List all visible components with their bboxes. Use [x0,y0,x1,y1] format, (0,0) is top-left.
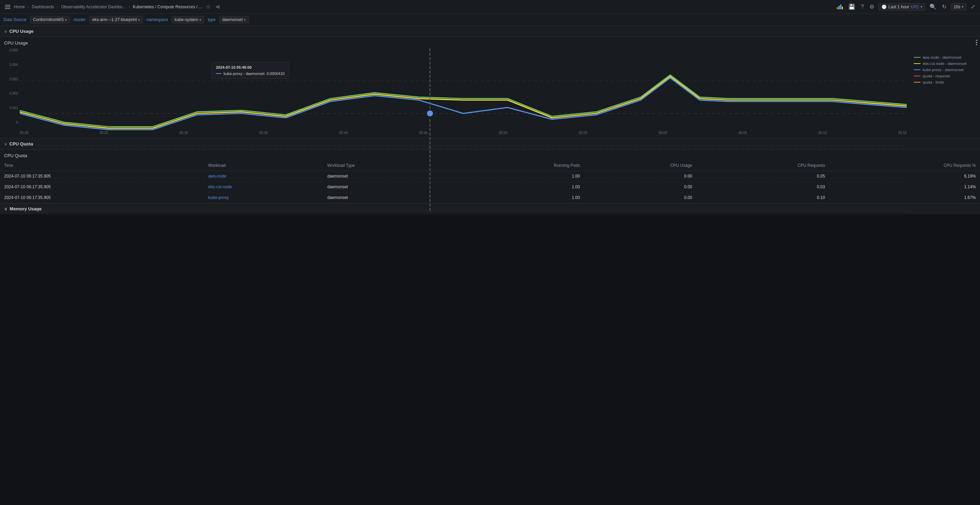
svg-rect-3 [842,6,843,10]
main-content: ∨ CPU Usage CPU Usage 0.005 0.004 0.003 … [0,26,980,214]
x-axis: 05:20 05:25 05:30 05:35 05:40 05:45 05:5… [20,131,907,135]
share-button[interactable]: ⊲ [214,2,221,11]
breadcrumb-sep1: › [28,5,29,10]
time-range-selector[interactable]: 🕐 Last 1 hour UTC ▾ [878,3,925,11]
cluster-dropdown[interactable]: eks-arm---1-27-blueprint ▾ [89,16,143,24]
legend-item-quota-limits: quota - limits [914,80,976,84]
svg-point-11 [426,110,434,117]
y-label-2: 0.002 [10,92,18,95]
svg-rect-0 [837,7,838,10]
namespace-dropdown[interactable]: kube-system ▾ [172,16,204,24]
namespace-label: namespace [146,17,168,22]
breadcrumb-sep3: › [129,5,130,10]
cluster-label: cluster [73,17,85,22]
namespace-chevron: ▾ [199,18,201,22]
legend-label-quota-requests: quota - requests [923,74,950,78]
x-label-0520: 05:20 [20,131,28,135]
y-label-3: 0.003 [10,77,18,81]
legend-item-kube-proxy: kube-proxy - daemonset [914,68,976,72]
x-label-0550: 05:50 [499,131,507,135]
y-label-1: 0.001 [10,106,18,110]
vertical-dots-icon [976,40,977,45]
x-label-0610: 06:10 [818,131,827,135]
legend-line-ebs-csi-node [914,63,921,64]
x-label-0530: 05:30 [179,131,188,135]
utc-label: UTC [911,5,919,9]
breadcrumb-home[interactable]: Home [14,5,25,10]
topnav-right: 💾 ? ⚙ 🕐 Last 1 hour UTC ▾ 🔍 ↻ 10s ▾ ⤢ [835,2,977,11]
help-button[interactable]: ? [859,2,865,11]
expand-button[interactable]: ⤢ [969,2,977,11]
cluster-chevron: ▾ [138,18,140,22]
refresh-rate-value: 10s [954,5,960,10]
chart-legend: aws-node - daemonset ebs-csi-node - daem… [907,48,976,135]
hamburger-icon [5,5,10,9]
topnav: Home › Dashboards › Observability Accele… [0,0,980,14]
collapse-icon: ∨ [4,29,7,34]
data-source-value: ConformitronWS [33,17,64,22]
legend-line-quota-requests [914,76,921,76]
legend-label-ebs-csi-node: ebs-csi-node - daemonset [923,62,967,66]
refresh-button[interactable]: ↻ [940,2,948,11]
chevron-down-icon: ▾ [962,5,963,9]
data-source-chevron: ▾ [65,18,67,22]
legend-line-quota-limits [914,82,921,83]
x-label-0545: 05:45 [419,131,428,135]
chart-container: 0.005 0.004 0.003 0.002 0.001 0 [4,48,976,135]
legend-label-aws-node: aws-node - daemonset [923,55,961,59]
x-label-0615: 06:15 [898,131,907,135]
type-label: type [208,17,216,22]
cpu-quota-collapse-icon: ∨ [4,141,7,146]
legend-label-kube-proxy: kube-proxy - daemonset [923,68,964,72]
svg-rect-1 [838,6,840,10]
chart-area: 0.005 0.004 0.003 0.002 0.001 0 [4,48,907,135]
breadcrumb-kubernetes: Kubernetes / Compute Resources / ... [133,5,202,10]
y-label-4: 0.004 [10,63,18,67]
cpu-usage-chart-title: CPU Usage [4,40,976,46]
breadcrumb-sep2: › [57,5,59,10]
cpu-usage-section-header[interactable]: ∨ CPU Usage [0,26,980,37]
legend-item-ebs-csi-node: ebs-csi-node - daemonset [914,62,976,66]
legend-label-quota-limits: quota - limits [923,80,944,84]
legend-item-aws-node: aws-node - daemonset [914,55,976,59]
data-source-label: Data Source [3,17,27,22]
chart-more-button[interactable] [976,40,977,45]
x-label-0535: 05:35 [259,131,268,135]
y-label-5: 0.005 [10,48,18,52]
star-button[interactable]: ☆ [204,2,212,11]
x-label-0555: 05:55 [579,131,587,135]
refresh-rate-dropdown[interactable]: 10s ▾ [951,3,967,11]
x-label-0605: 06:05 [738,131,747,135]
save-button[interactable]: 💾 [847,2,857,11]
topnav-left: Home › Dashboards › Observability Accele… [3,2,833,11]
legend-item-quota-requests: quota - requests [914,74,976,78]
x-label-0525: 05:25 [100,131,108,135]
x-label-0540: 05:40 [339,131,348,135]
type-dropdown[interactable]: daemonset ▾ [219,16,249,24]
hamburger-button[interactable] [3,3,12,10]
time-range-label: Last 1 hour [888,5,909,10]
legend-line-aws-node [914,57,921,58]
legend-line-kube-proxy [914,70,921,70]
x-label-0600: 06:00 [659,131,667,135]
breadcrumb-observability[interactable]: Observability Accelerator Dashbo... [61,5,126,10]
cluster-value: eks-arm---1-27-blueprint [92,17,137,22]
type-value: daemonset [222,17,243,22]
svg-rect-2 [840,5,842,10]
breadcrumb-dashboards[interactable]: Dashboards [32,5,54,10]
type-chevron: ▾ [244,18,246,22]
data-source-dropdown[interactable]: ConformitronWS ▾ [30,16,70,24]
chart-svg [20,48,907,211]
namespace-value: kube-system [175,17,198,22]
y-label-0: 0 [16,121,18,124]
zoom-out-button[interactable]: 🔍 [928,2,938,11]
y-axis: 0.005 0.004 0.003 0.002 0.001 0 [4,48,20,124]
settings-button[interactable]: ⚙ [868,2,876,11]
filterbar: Data Source ConformitronWS ▾ cluster eks… [0,14,980,26]
cpu-usage-chart-panel: CPU Usage 0.005 0.004 0.003 0.002 0.001 … [0,37,980,138]
cpu-usage-section-title: CPU Usage [10,29,33,34]
charts-icon-button[interactable] [835,3,844,11]
memory-collapse-icon: ∨ [4,206,8,211]
